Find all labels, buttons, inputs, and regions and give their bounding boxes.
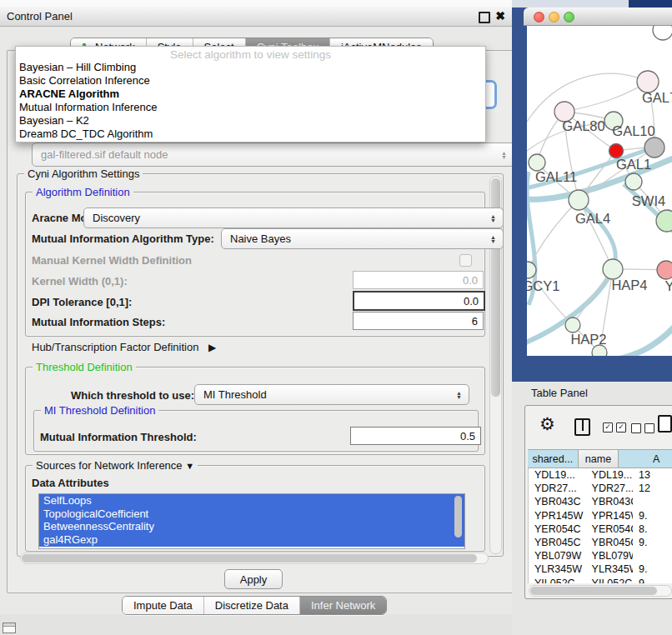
which-threshold-combobox[interactable]: MI Threshold ▲▼ xyxy=(194,384,469,405)
network-node-labels: GAL7GAL80GAL10GAL1SWI4GAL11GAL4GCY1HAP4Y… xyxy=(527,90,672,347)
algorithm-option[interactable]: ARACNE Algorithm xyxy=(16,88,485,101)
control-panel-title: Control Panel xyxy=(0,10,73,22)
mi-algorithm-type-combobox[interactable]: Naive Bayes ▲▼ xyxy=(221,228,504,249)
table-row[interactable]: YBL079WYBL079W xyxy=(529,549,672,562)
column-header-1[interactable]: shared... xyxy=(528,450,579,468)
network-node[interactable] xyxy=(644,138,664,158)
close-traffic-light-icon[interactable] xyxy=(534,12,544,22)
table-row[interactable]: YDR27...YDR27...12 xyxy=(529,482,672,495)
table-cell: YBR043C xyxy=(586,495,633,508)
table-cell: 9. xyxy=(633,562,672,576)
network-node-gal1[interactable] xyxy=(609,144,624,158)
hub-definition-label: Hub/Transcription Factor Definition xyxy=(32,341,198,353)
table-row[interactable]: YDL19...YDL19...13 xyxy=(529,468,672,482)
manual-kernel-width-label: Manual Kernel Width Definition xyxy=(32,254,192,267)
aracne-mode-combobox[interactable]: Discovery ▲▼ xyxy=(83,208,504,228)
threshold-definition-title: Threshold Definition xyxy=(33,361,136,373)
network-node-gal11[interactable] xyxy=(529,154,545,171)
table-cell: YER054C xyxy=(586,522,633,536)
data-attribute-item-selected[interactable]: BetweennessCentrality xyxy=(39,520,464,533)
minimize-traffic-light-icon[interactable] xyxy=(549,12,559,22)
list-scrollbar-thumb[interactable] xyxy=(454,496,462,538)
deselect-all-columns-icon[interactable] xyxy=(631,423,654,433)
network-node[interactable] xyxy=(625,173,642,190)
algorithm-option[interactable]: Bayesian – Hill Climbing xyxy=(16,61,485,74)
minimized-panel-icon[interactable] xyxy=(3,622,16,633)
algorithm-definition-title: Algorithm Definition xyxy=(33,186,133,198)
table-cell: YER054C xyxy=(529,522,586,536)
data-attribute-item-selected[interactable]: TopologicalCoefficient xyxy=(39,508,464,521)
mi-algorithm-type-label: Mutual Information Algorithm Type: xyxy=(32,232,214,245)
subtab-impute-data[interactable]: Impute Data xyxy=(123,597,203,614)
mi-threshold-label: Mutual Information Threshold: xyxy=(40,431,197,443)
apply-button[interactable]: Apply xyxy=(224,569,283,589)
subtab-infer-network[interactable]: Infer Network xyxy=(299,597,386,614)
node-label: Y xyxy=(664,278,672,293)
kernel-width-field[interactable]: 0.0 xyxy=(353,271,484,289)
gear-icon[interactable]: ⚙ xyxy=(539,414,555,434)
float-window-icon[interactable] xyxy=(479,12,490,23)
column-header-2[interactable]: name xyxy=(579,450,619,468)
which-threshold-label: Which threshold to use: xyxy=(71,389,194,402)
network-node-gal4[interactable] xyxy=(569,190,589,210)
table-cell xyxy=(633,495,672,508)
data-attribute-item-selected[interactable]: gal4RGexp xyxy=(39,533,464,547)
node-label: GAL10 xyxy=(612,123,654,138)
close-icon[interactable]: ✖ xyxy=(495,9,505,22)
table-cell: YBL079W xyxy=(586,549,633,562)
algorithm-option[interactable]: Basic Correlation Inference xyxy=(16,74,485,88)
table-cell: YBR045C xyxy=(586,536,633,549)
manual-kernel-width-checkbox[interactable] xyxy=(459,254,472,267)
table-horizontal-scrollbar[interactable] xyxy=(529,585,672,597)
mi-algorithm-type-value: Naive Bayes xyxy=(230,232,291,245)
settings-horizontal-scrollbar[interactable] xyxy=(20,552,489,564)
expander-collapsed-icon: ▶ xyxy=(208,342,216,353)
table-row[interactable]: YIL052CYIL052C9 xyxy=(529,577,672,584)
algorithm-option[interactable]: Mutual Information Inference xyxy=(16,101,485,114)
algorithm-option[interactable]: Dream8 DC_TDC Algorithm xyxy=(16,128,485,141)
node-label: GAL4 xyxy=(575,211,610,226)
node-label: HAP4 xyxy=(611,278,647,292)
zoom-traffic-light-icon[interactable] xyxy=(564,12,574,22)
table-cell: YDL19... xyxy=(586,468,633,482)
mi-threshold-definition-title: MI Threshold Definition xyxy=(41,404,158,417)
export-table-icon[interactable] xyxy=(658,415,672,432)
dpi-tolerance-field[interactable]: 0.0 xyxy=(353,291,485,311)
table-row[interactable]: YLR345WYLR345W9. xyxy=(529,562,672,576)
table-row[interactable]: YER054CYER054C8. xyxy=(529,522,672,536)
columns-icon[interactable] xyxy=(574,418,590,436)
kernel-width-label: Kernel Width (0,1): xyxy=(32,275,128,288)
node-label: GCY1 xyxy=(527,278,559,293)
data-attributes-list[interactable]: SelfLoopsTopologicalCoefficientBetweenne… xyxy=(38,493,465,549)
subtab-discretize-data[interactable]: Discretize Data xyxy=(203,597,299,614)
data-attributes-label: Data Attributes xyxy=(32,477,109,489)
network-node-hap4[interactable] xyxy=(603,259,623,279)
network-node-y[interactable] xyxy=(657,261,672,279)
mi-steps-field[interactable]: 6 xyxy=(353,312,484,330)
cyni-settings-group-title: Cyni Algorithm Settings xyxy=(24,168,143,180)
table-body: YDL19...YDL19...13YDR27...YDR27...12YBR0… xyxy=(528,468,672,583)
network-window-titlebar[interactable] xyxy=(524,8,672,26)
scrollbar-thumb[interactable] xyxy=(22,554,477,562)
network-node-hap2[interactable] xyxy=(565,318,580,332)
network-node[interactable] xyxy=(653,26,672,40)
control-panel-titlebar[interactable]: Control Panel ✖ xyxy=(0,7,512,27)
network-view-canvas[interactable]: GAL7GAL80GAL10GAL1SWI4GAL11GAL4GCY1HAP4Y… xyxy=(527,26,672,356)
expander-expanded-icon[interactable]: ▼ xyxy=(185,461,194,471)
table-row[interactable]: YBR045CYBR045C9. xyxy=(529,536,672,549)
table-row[interactable]: YBR043CYBR043C xyxy=(529,495,672,508)
table-cell: YBR043C xyxy=(529,495,586,508)
table-row[interactable]: YPR145WYPR145W9. xyxy=(529,509,672,522)
hub-definition-expander[interactable]: Hub/Transcription Factor Definition ▶ xyxy=(32,341,216,353)
network-node-swi4[interactable] xyxy=(656,210,672,232)
scrollbar-thumb[interactable] xyxy=(530,587,657,595)
data-attribute-item-selected[interactable]: SelfLoops xyxy=(39,494,464,508)
column-header-3[interactable]: A xyxy=(619,450,672,468)
table-data-combobox[interactable]: gal-filtered.sif default node ▲▼ xyxy=(32,142,514,167)
node-label: HAP2 xyxy=(570,332,606,347)
mi-threshold-field[interactable]: 0.5 xyxy=(350,427,481,445)
algorithm-option[interactable]: Bayesian – K2 xyxy=(16,114,485,128)
select-all-columns-icon[interactable]: ✓ ✓ xyxy=(603,422,626,432)
node-label: GAL80 xyxy=(562,118,604,133)
table-cell: 9 xyxy=(633,577,672,584)
